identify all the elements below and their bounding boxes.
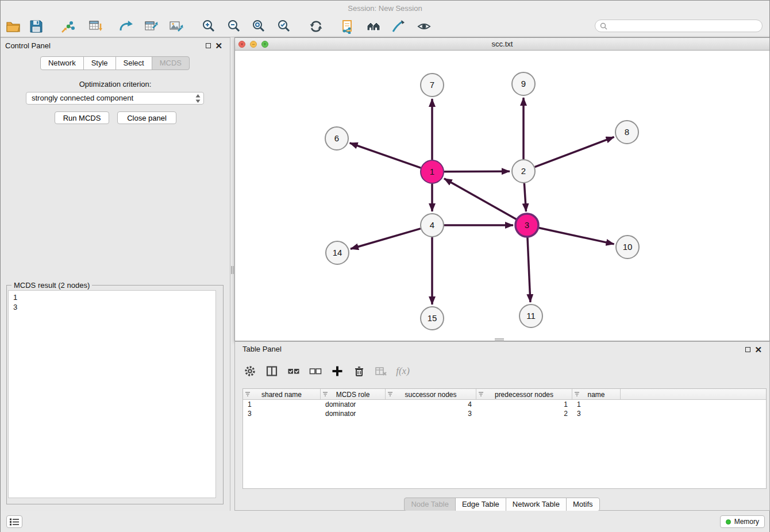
document-export-button[interactable] [340, 19, 355, 34]
open-session-button[interactable] [6, 19, 21, 34]
network-overview-button[interactable] [366, 19, 381, 34]
export-network-button[interactable] [118, 19, 133, 34]
tab-motifs[interactable]: Motifs [566, 498, 600, 511]
tab-select[interactable]: Select [116, 56, 152, 70]
graph-node-8[interactable]: 8 [615, 121, 638, 144]
graph-edge-1-6[interactable] [350, 143, 421, 168]
graph-edge-3-1[interactable] [444, 179, 517, 219]
zoom-fit-button[interactable] [251, 19, 266, 34]
graph-node-4[interactable]: 4 [421, 214, 444, 237]
memory-button[interactable]: Memory [720, 515, 765, 528]
graph-edge-2-8[interactable] [535, 137, 614, 167]
show-columns-button[interactable] [265, 364, 279, 378]
criterion-dropdown[interactable]: strongly connected component [26, 92, 204, 105]
table-panel: Table Panel ✕ f(x) shared nameMCDS roles… [234, 341, 770, 511]
zoom-in-button[interactable] [201, 19, 216, 34]
close-window-button[interactable]: × [238, 41, 245, 48]
graph-node-1[interactable]: 1 [421, 160, 444, 183]
export-image-button[interactable] [168, 19, 183, 34]
graph-node-3[interactable]: 3 [515, 214, 538, 237]
graph-edge-3-10[interactable] [539, 228, 614, 244]
graph-node-14[interactable]: 14 [326, 241, 349, 264]
float-panel-button[interactable] [206, 43, 211, 48]
graphics-details-button[interactable] [417, 19, 432, 34]
graph-node-6[interactable]: 6 [325, 127, 348, 150]
close-panel-action-button[interactable]: Close panel [117, 111, 176, 124]
select-all-rows-button[interactable] [287, 364, 301, 378]
search-box[interactable] [595, 20, 763, 32]
table-panel-header: Table Panel ✕ [235, 342, 769, 357]
style-wand-button[interactable] [391, 19, 406, 34]
network-window-titlebar: × − + scc.txt [235, 38, 769, 51]
export-table-button[interactable] [144, 19, 159, 34]
svg-text:2: 2 [521, 166, 526, 176]
zoom-fit-icon [251, 19, 266, 34]
tab-style[interactable]: Style [83, 56, 116, 70]
result-line: 1 [13, 292, 211, 302]
import-network-button[interactable] [61, 19, 76, 34]
column-label: shared name [261, 391, 302, 399]
save-session-button[interactable] [29, 19, 44, 34]
vertical-splitter-handle[interactable] [231, 266, 234, 274]
graph-node-2[interactable]: 2 [512, 160, 535, 183]
minimize-window-button[interactable]: − [250, 41, 257, 48]
document-share-icon [340, 19, 355, 34]
close-panel-button[interactable]: ✕ [215, 38, 222, 54]
network-graph[interactable]: 7968124314101511 [235, 51, 769, 341]
graph-node-10[interactable]: 10 [616, 236, 639, 259]
deselect-all-rows-button[interactable] [309, 364, 322, 378]
zoom-out-button[interactable] [226, 19, 241, 34]
add-column-button[interactable] [330, 364, 344, 378]
application-window: Session: New Session Control Panel ✕ [0, 0, 770, 532]
maximize-window-button[interactable]: + [261, 41, 268, 48]
unchecked-boxes-icon [309, 365, 322, 377]
table-header-row: shared nameMCDS rolesuccessor nodesprede… [243, 389, 766, 400]
cell-MCDS-role: dominator [321, 400, 386, 409]
run-mcds-button[interactable]: Run MCDS [55, 111, 109, 124]
tab-mcds[interactable]: MCDS [152, 56, 190, 70]
task-history-button[interactable] [6, 515, 22, 528]
function-builder-button[interactable]: f(x) [396, 364, 410, 378]
graph-edge-3-11[interactable] [528, 237, 530, 302]
mcds-result-area[interactable]: 13 [8, 290, 216, 498]
network-canvas[interactable]: 7968124314101511 [235, 51, 769, 341]
search-input[interactable] [610, 22, 757, 30]
column-header-name[interactable]: name [572, 389, 621, 400]
svg-text:3: 3 [525, 220, 529, 230]
tab-edge-table[interactable]: Edge Table [455, 498, 506, 511]
zoom-selected-icon [276, 19, 291, 34]
trash-icon [353, 365, 365, 377]
column-header-successor-nodes[interactable]: successor nodes [386, 389, 476, 400]
apply-layout-button[interactable] [309, 19, 324, 34]
graph-edge-1-2[interactable] [444, 171, 510, 172]
delete-column-button[interactable] [352, 364, 366, 378]
table-settings-button[interactable] [243, 364, 257, 378]
svg-text:7: 7 [430, 80, 434, 90]
status-bar: Memory [1, 511, 769, 532]
tab-node-table[interactable]: Node Table [404, 498, 456, 511]
column-header-predecessor-nodes[interactable]: predecessor nodes [476, 389, 572, 400]
tab-network[interactable]: Network [40, 56, 84, 70]
graph-node-11[interactable]: 11 [519, 304, 542, 327]
table-row[interactable]: 1dominator411 [243, 400, 766, 409]
table-row[interactable]: 3dominator323 [243, 409, 766, 418]
open-folder-icon [6, 19, 21, 34]
cell-shared-name: 3 [243, 409, 321, 418]
float-table-panel-button[interactable] [745, 347, 750, 352]
graph-edge-4-14[interactable] [351, 229, 421, 249]
column-header-shared-name[interactable]: shared name [243, 389, 321, 400]
graph-node-9[interactable]: 9 [512, 72, 535, 95]
graph-node-7[interactable]: 7 [421, 74, 444, 97]
graph-edge-2-3[interactable] [524, 183, 526, 211]
close-table-panel-button[interactable]: ✕ [754, 342, 762, 358]
delete-table-button[interactable] [374, 364, 388, 378]
cell-successor-nodes: 4 [386, 400, 476, 409]
import-table-button[interactable] [88, 19, 103, 34]
tab-network-table[interactable]: Network Table [506, 498, 567, 511]
cell-predecessor-nodes: 2 [476, 409, 572, 418]
graph-node-15[interactable]: 15 [421, 307, 444, 330]
zoom-selected-button[interactable] [276, 19, 291, 34]
column-header-MCDS-role[interactable]: MCDS role [321, 389, 386, 400]
fx-icon: f(x) [396, 365, 410, 377]
export-table-icon [144, 19, 159, 34]
